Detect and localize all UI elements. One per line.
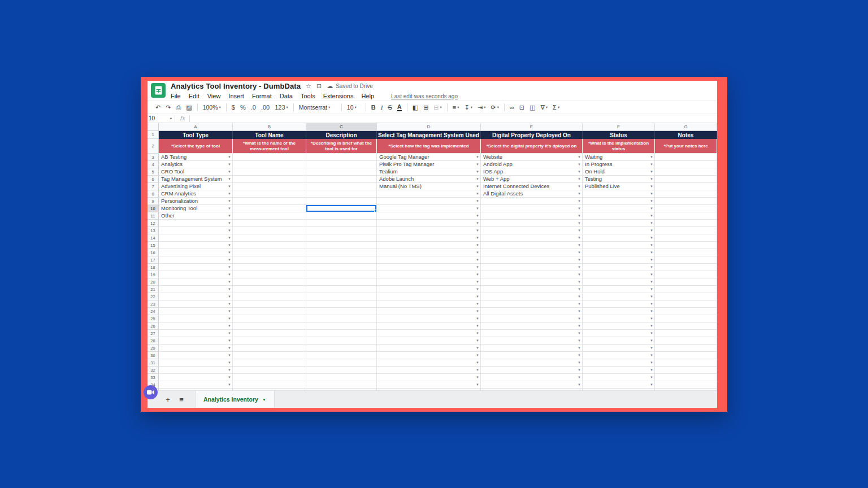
cell-B35[interactable]: [233, 389, 306, 390]
bold-icon[interactable]: B: [371, 104, 376, 111]
row-header-20[interactable]: 20: [147, 278, 159, 286]
cell-dropdown-arrow[interactable]: ▼: [228, 163, 231, 166]
cell-G30[interactable]: [655, 352, 717, 359]
menu-insert[interactable]: Insert: [228, 93, 244, 99]
cell-C12[interactable]: [306, 220, 377, 227]
cell-B10[interactable]: [233, 205, 306, 212]
cell-D13[interactable]: ▼: [377, 227, 481, 234]
cell-D4[interactable]: Piwik Pro Tag Manager▼: [377, 161, 481, 168]
cell-D25[interactable]: ▼: [377, 315, 481, 323]
cell-G34[interactable]: [655, 381, 717, 389]
cell-dropdown-arrow[interactable]: ▼: [228, 310, 231, 313]
cell-G10[interactable]: [655, 205, 717, 212]
cell-F29[interactable]: ▼: [583, 345, 655, 352]
row-header-14[interactable]: 14: [147, 234, 159, 242]
cell-dropdown-arrow[interactable]: ▼: [650, 221, 653, 225]
cell-dropdown-arrow[interactable]: ▼: [476, 273, 479, 276]
cell-F18[interactable]: ▼: [583, 264, 655, 271]
cell-dropdown-arrow[interactable]: ▼: [228, 302, 231, 306]
cell-C8[interactable]: [306, 190, 377, 198]
cell-dropdown-arrow[interactable]: ▼: [650, 376, 653, 379]
cell-A32[interactable]: ▼: [159, 367, 233, 374]
row-header-21[interactable]: 21: [147, 286, 159, 293]
cell-A28[interactable]: ▼: [159, 337, 233, 345]
text-wrap-icon[interactable]: ⇥▾: [478, 104, 485, 111]
cell-E6[interactable]: Web + App▼: [481, 176, 583, 183]
cell-D20[interactable]: ▼: [377, 278, 481, 286]
cell-dropdown-arrow[interactable]: ▼: [578, 317, 581, 320]
cell-C4[interactable]: [306, 161, 377, 168]
hint-cell-F[interactable]: *What is the implementation status: [583, 139, 655, 154]
header-cell-G[interactable]: Notes: [655, 131, 717, 139]
cell-dropdown-arrow[interactable]: ▼: [476, 163, 479, 166]
row-header-31[interactable]: 31: [147, 359, 159, 367]
cell-G7[interactable]: [655, 183, 717, 190]
cell-dropdown-arrow[interactable]: ▼: [476, 214, 479, 217]
col-header-G[interactable]: G: [655, 123, 717, 131]
sheet-tab-analytics-inventory[interactable]: Analytics Inventory ▼: [195, 391, 275, 408]
document-title[interactable]: Analytics Tool Inventory - DumbData: [171, 82, 301, 90]
cell-dropdown-arrow[interactable]: ▼: [228, 295, 231, 298]
cell-B30[interactable]: [233, 352, 306, 359]
header-cell-F[interactable]: Status: [583, 131, 655, 139]
cell-dropdown-arrow[interactable]: ▼: [578, 383, 581, 386]
cell-A4[interactable]: Analytics▼: [159, 161, 233, 168]
cell-dropdown-arrow[interactable]: ▼: [578, 155, 581, 159]
cell-B21[interactable]: [233, 286, 306, 293]
cell-D33[interactable]: ▼: [377, 374, 481, 381]
cell-dropdown-arrow[interactable]: ▼: [578, 170, 581, 173]
row-header-27[interactable]: 27: [147, 330, 159, 337]
increase-decimal-icon[interactable]: .00: [261, 104, 270, 111]
fill-color-icon[interactable]: ◧: [413, 104, 418, 111]
row-header-12[interactable]: 12: [147, 220, 159, 227]
cell-dropdown-arrow[interactable]: ▼: [476, 243, 479, 247]
cell-G6[interactable]: [655, 176, 717, 183]
cell-B5[interactable]: [233, 168, 306, 176]
cell-dropdown-arrow[interactable]: ▼: [650, 265, 653, 269]
cell-A22[interactable]: ▼: [159, 293, 233, 300]
cell-G13[interactable]: [655, 227, 717, 234]
last-edit-link[interactable]: Last edit was seconds ago: [391, 93, 458, 99]
cell-D15[interactable]: ▼: [377, 242, 481, 249]
text-rotation-icon[interactable]: ⟳▾: [491, 104, 498, 111]
more-formats-icon[interactable]: 123▾: [275, 104, 288, 111]
borders-icon[interactable]: ⊞: [423, 104, 428, 111]
hint-cell-G[interactable]: *Put your notes here: [655, 139, 717, 154]
cell-C34[interactable]: [306, 381, 377, 389]
cell-dropdown-arrow[interactable]: ▼: [476, 199, 479, 203]
cell-D21[interactable]: ▼: [377, 286, 481, 293]
cell-dropdown-arrow[interactable]: ▼: [578, 185, 581, 188]
row-header-33[interactable]: 33: [147, 374, 159, 381]
row-header-17[interactable]: 17: [147, 256, 159, 264]
cell-A15[interactable]: ▼: [159, 242, 233, 249]
cell-D8[interactable]: ▼: [377, 190, 481, 198]
header-cell-D[interactable]: Select Tag Management System Used: [377, 131, 481, 139]
cell-dropdown-arrow[interactable]: ▼: [650, 324, 653, 328]
cell-C31[interactable]: [306, 359, 377, 367]
cell-dropdown-arrow[interactable]: ▼: [650, 368, 653, 372]
cell-D9[interactable]: ▼: [377, 198, 481, 205]
row-header-5[interactable]: 5: [147, 168, 159, 176]
cell-E29[interactable]: ▼: [481, 345, 583, 352]
cell-dropdown-arrow[interactable]: ▼: [228, 214, 231, 217]
format-currency-icon[interactable]: $: [232, 104, 235, 111]
hint-cell-E[interactable]: *Select the digital property it's dploye…: [481, 139, 583, 154]
cell-dropdown-arrow[interactable]: ▼: [476, 287, 479, 291]
cell-dropdown-arrow[interactable]: ▼: [228, 332, 231, 335]
row-header-7[interactable]: 7: [147, 183, 159, 190]
cell-dropdown-arrow[interactable]: ▼: [578, 376, 581, 379]
cell-dropdown-arrow[interactable]: ▼: [476, 310, 479, 313]
row-header-1[interactable]: 1: [147, 131, 159, 139]
cell-E5[interactable]: IOS App▼: [481, 168, 583, 176]
cell-dropdown-arrow[interactable]: ▼: [476, 354, 479, 357]
hint-cell-B[interactable]: *What is the name of the measurement too…: [233, 139, 306, 154]
cell-F6[interactable]: Testing▼: [583, 176, 655, 183]
cell-dropdown-arrow[interactable]: ▼: [578, 251, 581, 254]
cell-G8[interactable]: [655, 190, 717, 198]
cell-D32[interactable]: ▼: [377, 367, 481, 374]
cell-F27[interactable]: ▼: [583, 330, 655, 337]
cell-E3[interactable]: Website▼: [481, 154, 583, 161]
cell-G23[interactable]: [655, 300, 717, 308]
cell-E19[interactable]: ▼: [481, 271, 583, 278]
cell-A34[interactable]: ▼: [159, 381, 233, 389]
